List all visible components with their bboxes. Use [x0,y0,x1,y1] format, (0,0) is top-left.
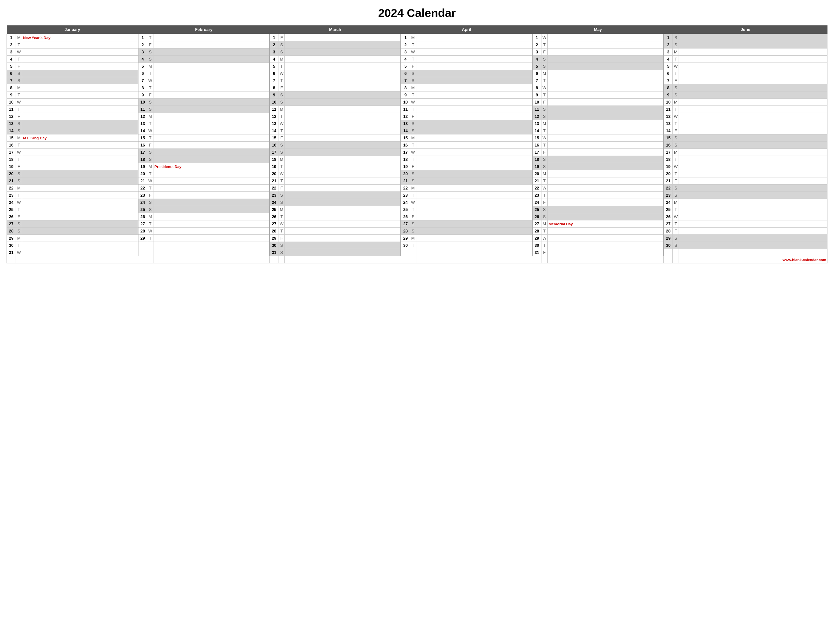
day-event [547,213,664,220]
day-number: 30 [270,242,278,249]
day-letter: M [278,56,285,63]
day-letter: F [147,41,154,48]
table-row: 26F26M26T26F26S26W [7,213,828,220]
day-letter: S [278,98,285,106]
day-event [679,120,828,127]
day-number: 18 [7,156,16,163]
day-letter: T [16,206,22,213]
day-event [547,92,664,98]
day-event [679,142,828,149]
day-number: 9 [532,92,541,98]
day-event [154,213,270,220]
day-event [547,163,664,170]
day-number: 15 [401,134,410,142]
day-event [547,206,664,213]
day-event [679,48,828,56]
day-event [416,242,532,249]
day-letter: M [541,170,548,178]
day-event [285,120,401,127]
day-number: 17 [7,149,16,156]
day-letter: S [147,206,154,213]
day-letter: M [541,220,548,228]
day-letter: M [541,70,548,77]
day-event [416,77,532,84]
table-row: 5F5M5T5F5S5W [7,63,828,70]
day-number: 28 [401,228,410,235]
table-row: 15MM L King Day15T15F15M15W15S [7,134,828,142]
day-event [547,34,664,41]
day-letter: F [16,113,22,120]
page-title: 2024 Calendar [6,6,828,19]
day-number: 15 [7,134,16,142]
day-letter: S [673,185,679,192]
day-letter: M [410,185,416,192]
day-event [547,134,664,142]
day-letter: F [410,163,416,170]
day-letter: S [541,63,548,70]
day-letter: W [16,48,22,56]
month-header-april: April [401,26,532,34]
day-number: 8 [664,84,673,92]
day-event [285,220,401,228]
day-event [679,98,828,106]
day-event [285,142,401,149]
day-event [679,134,828,142]
day-number: 9 [401,92,410,98]
day-number: 8 [270,84,278,92]
day-event [416,113,532,120]
day-event [285,34,401,41]
day-letter: T [673,56,679,63]
day-event [416,84,532,92]
day-number: 29 [270,235,278,242]
day-number: 7 [401,77,410,84]
day-letter: F [16,213,22,220]
day-number: 5 [664,63,673,70]
day-letter: M [673,149,679,156]
day-number: 13 [401,120,410,127]
day-letter: M [410,34,416,41]
day-letter: M [147,113,154,120]
day-event [22,113,138,120]
day-event [416,213,532,220]
day-event [547,156,664,163]
day-letter: F [278,185,285,192]
day-event [547,70,664,77]
day-number: 29 [401,235,410,242]
day-letter: T [410,56,416,63]
day-letter: S [673,142,679,149]
day-event [416,106,532,113]
day-number: 27 [664,220,673,228]
day-event [285,185,401,192]
day-number: 20 [138,170,147,178]
day-number: 13 [532,120,541,127]
day-letter [147,249,154,256]
day-letter: S [278,242,285,249]
day-letter: S [147,56,154,63]
day-letter: F [16,63,22,70]
day-number: 25 [7,206,16,213]
day-letter: S [541,163,548,170]
day-number: 17 [270,149,278,156]
table-row: 2T2F2S2T2T2S [7,41,828,48]
day-number: 17 [532,149,541,156]
day-letter: T [673,120,679,127]
day-number: 14 [138,127,147,134]
day-event [679,206,828,213]
day-number: 7 [664,77,673,84]
day-number: 4 [401,56,410,63]
day-number: 1 [532,34,541,41]
table-row: 28S28W28T28S28T28F [7,228,828,235]
day-number: 25 [138,206,147,213]
day-event [416,178,532,185]
table-row: 16T16F16S16T16T16S [7,142,828,149]
day-letter: T [541,242,548,249]
day-letter: W [16,149,22,156]
day-letter: W [147,178,154,185]
day-number: 13 [7,120,16,127]
day-event [679,156,828,163]
day-letter: F [147,92,154,98]
day-number: 6 [532,70,541,77]
day-event [22,213,138,220]
day-number: 2 [138,41,147,48]
day-event [547,113,664,120]
